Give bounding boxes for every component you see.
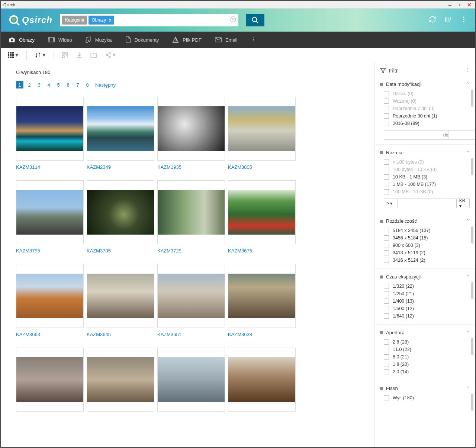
remove-tag-icon[interactable]: x [109,17,111,23]
facet-title[interactable]: Rozmiar⌃ [380,148,470,158]
result-card[interactable]: KAZM3638 [228,264,296,337]
filter-option[interactable]: 100 MB - 10 GB (0) [380,188,470,196]
close-button[interactable]: ✕ [466,1,473,8]
checkbox[interactable] [384,369,389,374]
qr-icon[interactable] [62,52,68,58]
checkbox[interactable] [384,354,389,360]
filter-option[interactable]: 3413 x 5119 (2) [380,249,470,257]
more-menu-icon[interactable] [460,16,467,25]
facet-title[interactable]: Apertura⌃ [380,328,470,338]
filter-option[interactable]: 1 MB - 100 MB (177) [380,181,470,188]
page-3[interactable]: 3 [35,81,43,88]
result-card[interactable]: KAZM3729 [157,180,225,254]
checkbox[interactable] [384,362,389,367]
thumbnail[interactable] [87,264,154,328]
filter-option[interactable]: 8.0 (21) [380,353,470,361]
maximize-button[interactable]: + [456,1,463,8]
scrollbar[interactable] [471,158,473,175]
search-button[interactable] [246,14,264,26]
facet-title[interactable]: Czas ekspozycji⌃ [380,273,470,283]
scrollbar[interactable] [471,394,473,411]
page-4[interactable]: 4 [45,81,52,88]
result-name[interactable]: KAZM3114 [16,164,84,170]
scrollbar[interactable] [471,338,473,355]
library-icon[interactable] [444,16,452,25]
checkbox[interactable] [384,284,389,289]
filter-option[interactable]: 1/640 (12) [380,312,470,320]
size-compare[interactable]: > ▾ [384,199,397,208]
facet-title[interactable]: Rozdzielczość⌃ [380,217,470,227]
checkbox[interactable] [384,299,389,304]
filter-option[interactable]: 1/500 (12) [380,305,470,312]
filter-option[interactable]: 1.8 (20) [380,361,470,368]
search-tag-value[interactable]: Obrazyx [89,16,114,25]
filter-option[interactable]: 10 KB - 1 MB (3) [380,173,470,181]
result-name[interactable]: KAZM2349 [87,164,154,170]
thumbnail[interactable] [228,348,296,412]
nav-email[interactable]: Email [215,33,238,46]
result-card[interactable]: KAZM3705 [87,180,154,254]
page-8[interactable]: 8 [84,81,91,88]
thumbnail[interactable] [157,348,225,412]
date-to-input[interactable] [448,130,475,140]
size-unit[interactable]: KB ▾ [457,199,470,208]
filter-option[interactable]: Wczoraj (0) [380,97,470,105]
filter-option[interactable]: Poprzednie 30 dni (1) [380,112,470,120]
checkbox[interactable] [384,167,389,172]
result-card[interactable]: KAZM3805 [228,97,296,170]
filter-option[interactable]: < 100 bytes (0) [380,158,470,166]
checkbox[interactable] [384,228,389,233]
checkbox[interactable] [384,159,389,165]
nav-music[interactable]: Muzyka [86,33,112,47]
result-name[interactable]: KAZM3705 [87,248,154,254]
checkbox[interactable] [384,106,389,111]
checkbox[interactable] [384,250,389,255]
thumbnail[interactable] [16,264,84,328]
thumbnail[interactable] [16,348,84,412]
checkbox[interactable] [384,189,389,194]
minimize-button[interactable]: – [447,1,453,8]
scrollbar[interactable] [471,282,473,299]
titlebar[interactable]: Qsirch – + ✕ [1,1,475,9]
filter-option[interactable]: 3416 x 5124 (2) [380,257,470,264]
filter-option[interactable]: 5184 x 3456 (137) [380,227,470,234]
filter-option[interactable]: 100 bytes - 10 KB (0) [380,166,470,173]
page-6[interactable]: 6 [64,81,72,88]
nav-pdf[interactable]: Plik PDF [172,33,202,47]
checkbox[interactable] [384,395,389,400]
filter-option[interactable]: Poprzednie 7 dni (0) [380,105,470,112]
facet-title[interactable]: Data modyfikacji⌃ [380,80,470,90]
result-name[interactable]: KAZM3638 [228,332,296,337]
checkbox[interactable] [384,99,389,104]
result-card[interactable]: KAZM3114 [16,97,84,170]
filter-option[interactable]: 2.0 (14) [380,368,470,376]
thumbnail[interactable] [16,180,84,244]
next-page[interactable]: Następny [93,81,118,88]
folder-icon[interactable] [90,52,97,58]
thumbnail[interactable] [87,348,154,412]
result-name[interactable]: KAZM3805 [228,164,296,170]
filter-option[interactable]: 900 x 600 (3) [380,242,470,249]
thumbnail[interactable] [157,180,225,244]
scrollbar[interactable] [471,226,473,244]
checkbox[interactable] [384,91,389,96]
filter-option[interactable]: 3456 x 5184 (18) [380,234,470,242]
page-1[interactable]: 1 [16,81,23,88]
result-name[interactable]: KAZM3663 [16,332,84,337]
thumbnail[interactable] [157,97,225,161]
checkbox[interactable] [384,182,389,187]
result-name[interactable]: KAZM1935 [157,164,225,170]
thumbnail[interactable] [16,97,84,161]
nav-video[interactable]: Wideo [48,33,72,46]
thumbnail[interactable] [87,97,154,161]
filter-more-icon[interactable] [464,67,470,74]
facet-title[interactable]: Flash⌃ [380,384,470,394]
thumbnail[interactable] [228,264,296,328]
nav-more-icon[interactable] [251,37,256,43]
result-card[interactable] [228,348,296,412]
result-name[interactable]: KAZM3645 [87,332,154,337]
filter-option[interactable]: Dzisiaj (0) [380,90,470,97]
refresh-icon[interactable] [429,16,436,25]
checkbox[interactable] [384,306,389,311]
checkbox[interactable] [384,347,389,352]
